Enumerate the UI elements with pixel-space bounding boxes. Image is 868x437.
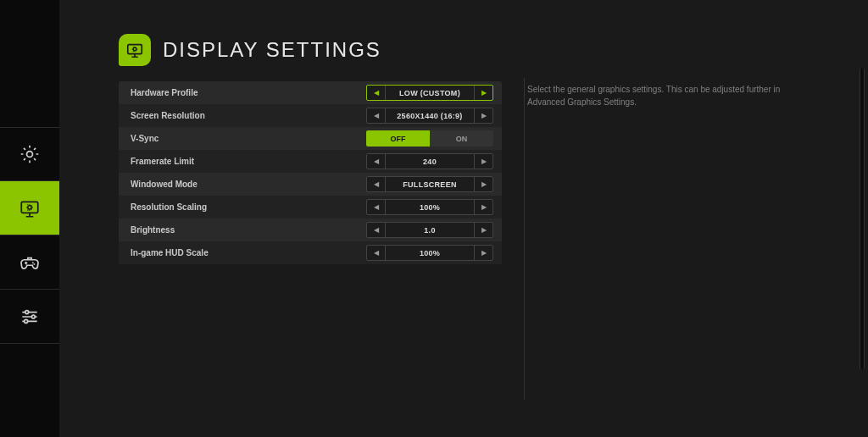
spinner-value: 240 [386,154,474,169]
toggle-option-on[interactable]: ON [430,130,493,147]
svg-point-7 [25,319,28,323]
row-label: Windowed Mode [131,180,198,189]
page-title: DISPLAY SETTINGS [163,38,381,62]
arrow-right-icon[interactable]: ▶ [474,177,492,191]
row-label: Screen Resolution [131,111,205,120]
gear-icon [19,143,41,165]
svg-point-4 [34,263,35,264]
help-text: Select the general graphics settings. Th… [522,83,785,108]
toggle-option-off[interactable]: OFF [366,130,430,147]
spinner-framerate-limit[interactable]: ◀ 240 ▶ [366,153,493,169]
row-resolution-scaling[interactable]: Resolution Scaling ◀ 100% ▶ [119,196,502,218]
display-settings-icon [19,197,41,219]
svg-point-0 [27,152,33,158]
row-label: Framerate Limit [131,157,194,166]
sidebar-item-sliders[interactable] [0,290,59,344]
row-windowed-mode[interactable]: Windowed Mode ◀ FULLSCREEN ▶ [119,173,502,196]
svg-point-3 [32,263,33,263]
arrow-right-icon[interactable]: ▶ [474,108,492,123]
main-panel: DISPLAY SETTINGS Hardware Profile ◀ LOW … [59,0,856,437]
spinner-screen-resolution[interactable]: ◀ 2560X1440 (16:9) ▶ [366,108,493,124]
display-settings-header-icon [119,34,151,66]
arrow-right-icon[interactable]: ▶ [474,154,492,169]
spinner-hardware-profile[interactable]: ◀ LOW (CUSTOM) ▶ [366,85,493,101]
row-vsync[interactable]: V-Sync OFF ON [119,127,502,150]
sliders-icon [19,306,41,328]
row-brightness[interactable]: Brightness ◀ 1.0 ▶ [119,218,502,241]
spinner-value: 1.0 [386,223,474,237]
arrow-left-icon[interactable]: ◀ [367,246,386,260]
page-header: DISPLAY SETTINGS [119,34,856,66]
arrow-right-icon[interactable]: ▶ [474,86,492,100]
svg-point-2 [28,205,31,208]
row-hardware-profile[interactable]: Hardware Profile ◀ LOW (CUSTOM) ▶ [119,81,502,104]
arrow-right-icon[interactable]: ▶ [474,246,492,260]
spinner-hud-scale[interactable]: ◀ 100% ▶ [366,245,493,261]
sidebar-item-general[interactable] [0,127,59,181]
spinner-value: FULLSCREEN [386,177,474,191]
row-screen-resolution[interactable]: Screen Resolution ◀ 2560X1440 (16:9) ▶ [119,104,502,127]
arrow-right-icon[interactable]: ▶ [474,200,492,214]
spinner-brightness[interactable]: ◀ 1.0 ▶ [366,222,493,238]
spinner-resolution-scaling[interactable]: ◀ 100% ▶ [366,199,493,215]
arrow-left-icon[interactable]: ◀ [367,200,386,214]
help-panel: Select the general graphics settings. Th… [522,81,785,264]
row-label: V-Sync [131,134,159,143]
arrow-left-icon[interactable]: ◀ [367,177,386,191]
sidebar [0,0,59,437]
row-label: Brightness [131,225,175,235]
spinner-value: 2560X1440 (16:9) [386,108,474,123]
right-edge [856,0,868,437]
scrollbar-track[interactable] [860,68,865,369]
arrow-left-icon[interactable]: ◀ [367,223,386,237]
sidebar-item-display[interactable] [0,181,59,235]
row-label: In-game HUD Scale [131,248,209,257]
arrow-left-icon[interactable]: ◀ [367,154,386,169]
spinner-windowed-mode[interactable]: ◀ FULLSCREEN ▶ [366,176,493,192]
svg-point-5 [25,310,29,313]
svg-point-6 [31,315,35,318]
arrow-left-icon[interactable]: ◀ [367,86,386,100]
row-label: Resolution Scaling [131,202,207,212]
gamepad-icon [19,252,41,274]
settings-list: Hardware Profile ◀ LOW (CUSTOM) ▶ Screen… [119,81,502,264]
svg-rect-1 [21,202,38,213]
sidebar-item-controls[interactable] [0,235,59,290]
toggle-vsync[interactable]: OFF ON [366,130,493,147]
row-label: Hardware Profile [131,88,198,97]
svg-rect-8 [128,45,142,54]
row-hud-scale[interactable]: In-game HUD Scale ◀ 100% ▶ [119,241,502,264]
arrow-left-icon[interactable]: ◀ [367,108,386,123]
spinner-value: 100% [386,200,474,214]
svg-point-9 [133,47,136,51]
spinner-value: LOW (CUSTOM) [386,86,474,100]
row-framerate-limit[interactable]: Framerate Limit ◀ 240 ▶ [119,150,502,173]
arrow-right-icon[interactable]: ▶ [474,223,492,237]
spinner-value: 100% [386,246,474,260]
